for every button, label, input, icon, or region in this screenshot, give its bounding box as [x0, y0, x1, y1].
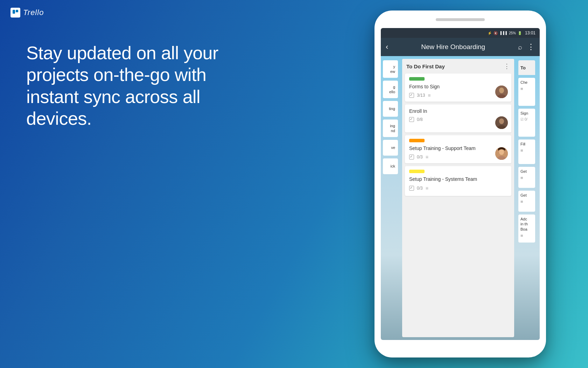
card-forms-to-sign[interactable]: Forms to Sign 3/13 ≡ [405, 74, 511, 102]
svg-point-6 [499, 118, 504, 124]
toolbar-actions: ⌕ ⋮ [518, 42, 535, 52]
signal-icon: ▐▐▐ [499, 31, 507, 35]
checklist-count: 3/13 [417, 93, 425, 98]
right-partial-text-1: Che [520, 80, 533, 85]
left-partial-card-2: gello [383, 81, 398, 98]
description-icon: ≡ [428, 93, 430, 98]
app-toolbar: ‹ New Hire Onboarding ⌕ ⋮ [381, 38, 540, 56]
card-title: Setup Training - Support Team [409, 145, 507, 151]
card-setup-training-systems[interactable]: Setup Training - Systems Team 0/3 ≡ [405, 166, 511, 196]
right-partial-sub-2: ☑ 0/ [520, 117, 533, 122]
card-meta: 0/3 ≡ [409, 185, 507, 191]
left-partial-text-6: ick [386, 164, 395, 169]
list-icon-5: ≡ [520, 199, 533, 204]
left-partial-text-5: ve [386, 145, 395, 150]
right-partial-card-3: Fill ≡ [518, 139, 535, 164]
phone-shell: ⚡ 🔇 ▐▐▐ 25% 🔋 13:01 ‹ New Hire Onboardin… [374, 11, 546, 357]
bluetooth-icon: ⚡ [488, 31, 492, 35]
left-partial-text-4: ingnd [386, 123, 395, 134]
right-partial-text-3: Fill [520, 142, 533, 146]
left-partial-card-3: ting [383, 101, 398, 117]
phone-screen: ⚡ 🔇 ▐▐▐ 25% 🔋 13:01 ‹ New Hire Onboardin… [381, 28, 540, 340]
back-button[interactable]: ‹ [386, 42, 388, 52]
column-header: To Do First Day ⋮ [402, 59, 514, 74]
phone-mockup: ⚡ 🔇 ▐▐▐ 25% 🔋 13:01 ‹ New Hire Onboardin… [374, 11, 546, 357]
right-partial-card-5: Get ≡ [518, 191, 535, 212]
checklist-icon [409, 186, 414, 191]
trello-logo: Trello [10, 8, 44, 18]
card-title: Setup Training - Systems Team [409, 176, 507, 182]
toolbar-title: New Hire Onboarding [392, 43, 514, 51]
card-label-green [409, 77, 425, 81]
card-title: Forms to Sign [409, 83, 507, 90]
list-icon-6: ≡ [520, 233, 533, 238]
column-title: To Do First Day [406, 63, 445, 69]
checklist-count: 0/3 [417, 186, 423, 191]
left-partial-card-4: ingnd [383, 120, 398, 137]
left-partial-column: yew gello ting ingnd ve [381, 56, 400, 340]
checklist-icon [409, 155, 414, 159]
card-enroll-in[interactable]: Enroll In 0/8 [405, 104, 511, 132]
right-partial-card-1: Che ≡ [518, 78, 535, 106]
more-icon[interactable]: ⋮ [527, 42, 535, 52]
battery-icon: 🔋 [518, 31, 522, 35]
sound-icon: 🔇 [493, 31, 498, 35]
card-setup-training-support[interactable]: Setup Training - Support Team 0/3 ≡ [405, 135, 511, 163]
card-avatar-2 [495, 116, 508, 129]
left-partial-card-1: yew [383, 60, 398, 78]
headline: Stay updated on all your projects on-the… [26, 42, 243, 130]
left-partial-text-3: ting [386, 106, 395, 111]
card-avatar-1 [495, 86, 508, 98]
left-partial-card-5: ve [383, 140, 398, 156]
left-partial-text-1: yew [386, 64, 395, 74]
right-partial-text-4: Get [520, 169, 533, 174]
left-partial-text-2: gello [386, 84, 395, 95]
svg-rect-0 [13, 10, 15, 14]
right-partial-card-4: Get ≡ [518, 167, 535, 188]
trello-logo-text: Trello [23, 8, 44, 17]
card-meta: 3/13 ≡ [409, 93, 507, 98]
phone-notch [436, 18, 485, 21]
card-meta: 0/3 ≡ [409, 154, 507, 160]
svg-rect-1 [16, 10, 18, 12]
svg-point-9 [499, 149, 504, 155]
status-time: 13:01 [525, 30, 536, 35]
right-col-title: To [520, 65, 526, 70]
list-icon-4: ≡ [520, 175, 533, 180]
battery-text: 25% [509, 31, 516, 35]
list-icon-1: ≡ [520, 86, 533, 91]
checklist-count: 0/3 [417, 155, 423, 159]
columns-wrapper: yew gello ting ingnd ve [381, 56, 540, 340]
board-content: yew gello ting ingnd ve [381, 56, 540, 340]
right-partial-card-6: Adcin thBoa ≡ [518, 214, 535, 243]
card-meta: 0/8 [409, 117, 507, 122]
card-label-yellow [409, 170, 425, 173]
checklist-icon [409, 117, 414, 122]
right-partial-text-2: Sign [520, 111, 533, 116]
column-menu-button[interactable]: ⋮ [504, 62, 510, 70]
checklist-count: 0/8 [417, 117, 423, 122]
right-partial-card-2: Sign ☑ 0/ [518, 109, 535, 137]
right-partial-column: To Che ≡ Sign ☑ 0/ Fill ≡ [516, 56, 537, 340]
list-icon-3: ≡ [520, 148, 533, 153]
right-partial-text-6: Adcin thBoa [520, 217, 533, 232]
status-bar-icons: ⚡ 🔇 ▐▐▐ 25% 🔋 13:01 [488, 30, 536, 35]
headline-text: Stay updated on all your projects on-the… [26, 43, 218, 129]
card-label-orange [409, 139, 425, 142]
right-col-header: To [518, 60, 535, 75]
search-icon[interactable]: ⌕ [518, 43, 522, 51]
left-partial-card-6: ick [383, 158, 398, 174]
status-bar: ⚡ 🔇 ▐▐▐ 25% 🔋 13:01 [381, 28, 540, 38]
checklist-icon [409, 93, 414, 98]
card-title: Enroll In [409, 108, 507, 114]
description-icon: ≡ [426, 154, 428, 160]
trello-logo-icon [10, 8, 20, 18]
description-icon: ≡ [426, 185, 428, 191]
right-partial-text-5: Get [520, 193, 533, 198]
column-cards: Forms to Sign 3/13 ≡ [402, 74, 514, 337]
main-column: To Do First Day ⋮ Forms to Sign [402, 59, 514, 337]
svg-point-3 [499, 88, 504, 93]
